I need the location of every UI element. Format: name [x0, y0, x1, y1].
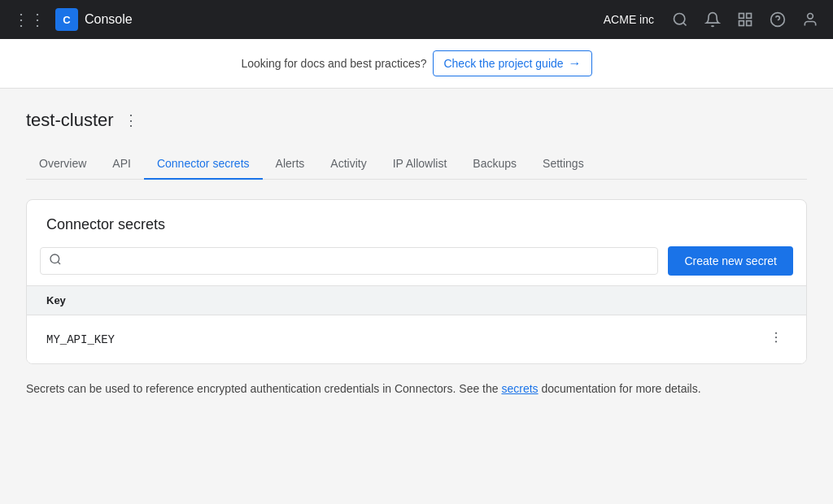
svg-line-10: [58, 262, 60, 264]
row-key-value: MY_API_KEY: [46, 333, 765, 346]
search-magnifier-icon: [49, 253, 62, 269]
svg-line-1: [683, 23, 687, 26]
tab-backups[interactable]: Backups: [460, 149, 530, 180]
search-icon[interactable]: [667, 7, 693, 33]
main-content: test-cluster ⋮ Overview API Connector se…: [0, 89, 833, 398]
user-icon[interactable]: [797, 7, 823, 33]
card-toolbar: Create new secret: [27, 246, 806, 285]
docs-banner: Looking for docs and best practices? Che…: [0, 39, 833, 89]
tab-ip-allowlist[interactable]: IP Allowlist: [380, 149, 460, 180]
svg-point-9: [50, 254, 59, 263]
svg-rect-5: [747, 21, 752, 26]
footer-text-after: documentation for more details.: [539, 382, 701, 395]
svg-rect-4: [739, 21, 744, 26]
bell-icon[interactable]: [700, 7, 726, 33]
svg-point-0: [674, 14, 685, 24]
tab-settings[interactable]: Settings: [530, 149, 597, 180]
project-guide-label: Check the project guide: [443, 57, 563, 70]
svg-rect-3: [747, 14, 752, 19]
footer-text-before: Secrets can be used to reference encrypt…: [26, 382, 501, 395]
top-navigation: ⋮⋮ C Console ACME inc: [0, 0, 833, 39]
connector-secrets-card: Connector secrets Create new secret Key …: [26, 199, 807, 364]
apps-grid-icon[interactable]: ⋮⋮: [10, 7, 49, 33]
cluster-title: test-cluster: [26, 110, 114, 131]
project-guide-link[interactable]: Check the project guide →: [433, 50, 591, 76]
tab-alerts[interactable]: Alerts: [263, 149, 318, 180]
tab-connector-secrets[interactable]: Connector secrets: [144, 149, 263, 180]
search-input[interactable]: [68, 254, 649, 267]
table-header: Key: [27, 285, 806, 315]
tab-overview[interactable]: Overview: [26, 149, 99, 180]
svg-point-12: [775, 337, 777, 338]
table-row: MY_API_KEY: [27, 315, 806, 363]
logo-icon: C: [55, 8, 78, 31]
svg-point-11: [775, 332, 777, 334]
svg-point-13: [775, 341, 777, 342]
card-title: Connector secrets: [27, 200, 806, 246]
search-box[interactable]: [40, 247, 658, 275]
footer-note: Secrets can be used to reference encrypt…: [26, 364, 807, 398]
logo-button[interactable]: C Console: [55, 8, 133, 31]
secrets-link[interactable]: secrets: [501, 382, 538, 395]
svg-rect-2: [739, 14, 744, 19]
cluster-menu-icon[interactable]: ⋮: [120, 108, 142, 133]
cluster-header: test-cluster ⋮: [26, 108, 807, 133]
column-key-header: Key: [46, 294, 66, 306]
tabs-bar: Overview API Connector secrets Alerts Ac…: [26, 149, 807, 180]
svg-point-8: [808, 14, 813, 20]
row-options-icon[interactable]: [765, 327, 787, 352]
help-icon[interactable]: [765, 7, 791, 33]
org-name-label: ACME inc: [604, 13, 654, 26]
app-name-label: Console: [85, 12, 133, 27]
tab-api[interactable]: API: [99, 149, 144, 180]
grid-icon[interactable]: [732, 7, 758, 33]
create-secret-button[interactable]: Create new secret: [668, 246, 793, 276]
banner-text: Looking for docs and best practices?: [241, 57, 426, 70]
tab-activity[interactable]: Activity: [317, 149, 379, 180]
arrow-icon: →: [569, 56, 582, 71]
